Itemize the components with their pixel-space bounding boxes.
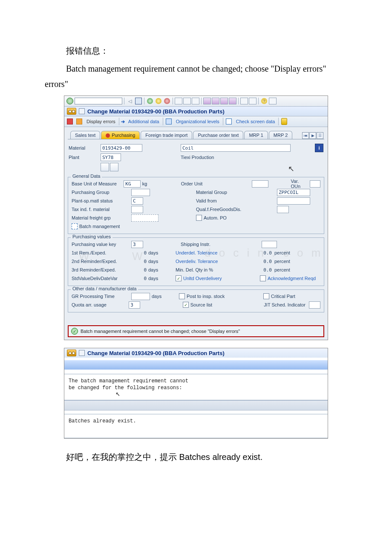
pvk-field[interactable]: 3: [131, 241, 143, 248]
back-icon[interactable]: ◁: [126, 97, 134, 105]
purch-group-label: Purchasing Group: [72, 190, 131, 195]
print-icon[interactable]: [175, 97, 182, 105]
ship-instr-field[interactable]: [262, 241, 277, 248]
exit-sphere-icon[interactable]: [155, 97, 162, 105]
back-sphere-icon[interactable]: [146, 97, 154, 105]
rem2-days: days: [147, 259, 167, 264]
over-tol-unit: percent: [272, 259, 290, 264]
min-qty-label: Min. Del. Qty in %: [176, 267, 257, 272]
tab-sales-text[interactable]: Sales text: [70, 131, 100, 139]
additional-data-button[interactable]: Additional data: [127, 119, 161, 124]
plant-desc: Tiexi Production: [181, 155, 214, 160]
qual-free-field[interactable]: [277, 206, 289, 213]
tab-list-icon[interactable]: ☰: [317, 132, 323, 139]
order-unit-field[interactable]: [252, 180, 268, 188]
error-line-3: Batches already exist.: [69, 418, 323, 425]
doc-heading: 报错信息：: [45, 43, 347, 59]
cancel-sphere-icon[interactable]: [163, 97, 171, 105]
last-page-icon[interactable]: [229, 97, 236, 105]
tab-mrp1[interactable]: MRP 1: [244, 131, 268, 139]
unltd-overdel-checkbox[interactable]: [176, 275, 182, 281]
info-icon[interactable]: i: [315, 144, 323, 152]
min-qty-unit: percent: [272, 267, 290, 272]
purchasing-values-group: Purchasing values W W d o c i n . c o m …: [68, 237, 324, 286]
error-line-1: The batch management requirement cannot: [69, 378, 323, 384]
material-desc-field[interactable]: Coil: [181, 144, 291, 152]
first-page-icon[interactable]: [203, 97, 211, 105]
var-oun-field[interactable]: [310, 180, 320, 188]
revision-level-icon[interactable]: [101, 163, 109, 171]
critical-part-checkbox[interactable]: [263, 293, 269, 299]
next-page-icon[interactable]: [220, 97, 228, 105]
valid-from-field[interactable]: [277, 197, 310, 205]
rem1-days: days: [147, 250, 167, 255]
ship-instr-label: Shipping Instr.: [181, 242, 262, 247]
display-change-icon[interactable]: [67, 108, 76, 115]
tax-ind-label: Tax ind. f. material: [72, 207, 131, 212]
bum-field[interactable]: KG: [124, 180, 140, 188]
prev-page-icon[interactable]: [212, 97, 219, 105]
org-levels-button[interactable]: Organizational levels: [174, 119, 221, 124]
find-icon[interactable]: [183, 97, 191, 105]
batch-mgmt-checkbox[interactable]: [72, 223, 78, 229]
source-list-checkbox[interactable]: [183, 302, 189, 308]
rem2-field: 0: [131, 259, 147, 264]
batch-mgmt-label: Batch management: [78, 224, 120, 229]
sap-system-toolbar: ◁ ?: [64, 96, 328, 107]
status-bar: ✓ Batch management requirement cannot be…: [68, 325, 324, 337]
mat-group-field[interactable]: ZPPCOIL: [277, 189, 310, 196]
check-screen-icon[interactable]: [225, 118, 233, 125]
tab-foreign-trade[interactable]: Foreign trade import: [141, 131, 192, 139]
jit-label: JIT Sched. Indicator: [264, 302, 308, 307]
autom-po-label: Autom. PO: [202, 215, 227, 220]
customize-icon[interactable]: [269, 97, 277, 105]
display-change-icon-2[interactable]: [67, 350, 76, 356]
org-levels-icon[interactable]: [165, 118, 173, 125]
lock-icon[interactable]: [280, 118, 288, 125]
title-side-icon-2[interactable]: [79, 350, 85, 356]
cursor-icon: ↖: [288, 164, 294, 173]
cursor-icon-2: ↖: [115, 389, 120, 399]
title-side-icon[interactable]: [79, 108, 85, 114]
new-session-icon[interactable]: [240, 97, 248, 105]
tab-po-text[interactable]: Purchase order text: [193, 131, 243, 139]
autom-po-checkbox[interactable]: [196, 215, 202, 221]
quota-field[interactable]: 3: [129, 301, 140, 309]
document-icon[interactable]: [110, 163, 118, 171]
help-icon[interactable]: ?: [260, 97, 268, 105]
pvk-label: Purchasing value key: [72, 242, 131, 247]
purch-group-field[interactable]: [131, 189, 150, 196]
post-insp-label: Post to insp. stock: [185, 294, 263, 299]
display-errors-icon[interactable]: [75, 118, 83, 125]
tab-scroll-first-icon[interactable]: ⏮: [302, 132, 309, 139]
find-next-icon[interactable]: [192, 97, 199, 105]
under-tol-value: 0.0: [257, 250, 272, 256]
material-field[interactable]: 0193429-00: [101, 144, 142, 152]
under-tol-label[interactable]: Underdel. Tolerance: [176, 250, 257, 255]
tab-scroll-right-icon[interactable]: ▶: [309, 132, 316, 139]
valid-from-label: Valid from: [196, 198, 277, 203]
tab-purchasing[interactable]: Purchasing: [101, 131, 140, 139]
layout-icon[interactable]: [249, 97, 257, 105]
jit-field[interactable]: [309, 301, 320, 309]
tax-ind-field[interactable]: [131, 206, 143, 213]
gr-time-field[interactable]: [131, 293, 150, 300]
doc-error-paragraph-word: errors": [45, 76, 347, 92]
sap-title-bar: Change Material 0193429-00 (BBA Producti…: [64, 107, 328, 116]
over-tol-label[interactable]: Overdeliv. Tolerance: [176, 259, 257, 264]
stdval-field: 0: [131, 276, 147, 281]
other-material-icon[interactable]: [66, 118, 74, 125]
check-screen-button[interactable]: Check screen data: [234, 119, 277, 124]
plant-field[interactable]: SY78: [101, 153, 121, 161]
plant-status-field[interactable]: C: [131, 197, 143, 205]
command-field[interactable]: [75, 98, 122, 104]
rem3-field: 0: [131, 267, 147, 273]
mat-freight-field[interactable]: [131, 214, 159, 222]
var-oun-label: Var. OUn: [291, 179, 307, 189]
check-icon[interactable]: [66, 97, 74, 105]
ack-reqd-checkbox[interactable]: [260, 275, 266, 281]
tab-mrp2[interactable]: MRP 2: [269, 131, 292, 139]
post-insp-checkbox[interactable]: [179, 293, 185, 299]
save-icon[interactable]: [135, 97, 142, 105]
display-errors-button[interactable]: Display errors: [85, 119, 117, 124]
